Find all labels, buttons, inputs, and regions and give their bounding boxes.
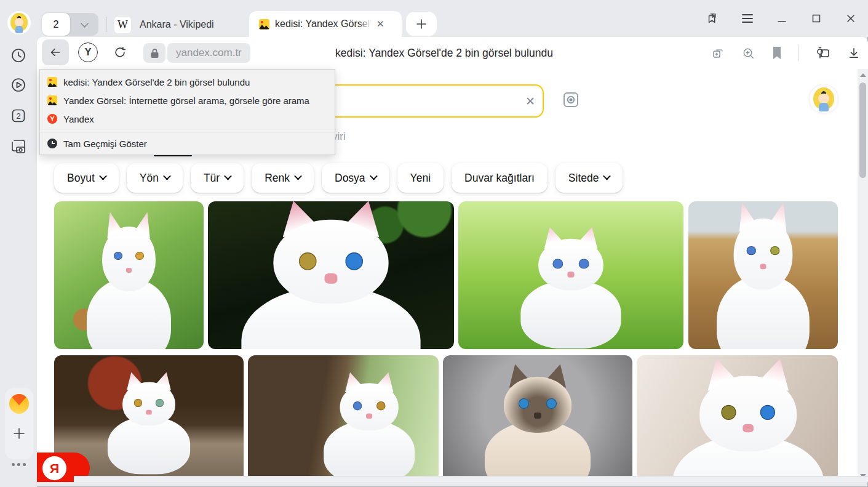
profile-avatar[interactable] bbox=[7, 11, 31, 34]
yandex-letter: Y bbox=[78, 42, 98, 62]
history-icon[interactable] bbox=[9, 46, 28, 65]
scroll-up-arrow[interactable] bbox=[858, 70, 868, 80]
screenshot-icon[interactable] bbox=[9, 137, 28, 156]
image-result[interactable] bbox=[208, 201, 454, 349]
bookmark-icon[interactable] bbox=[771, 46, 782, 60]
window-bottom-edge bbox=[74, 476, 868, 482]
browser-window: 2 W Ankara - Vikipedi kedisi: Yandex Gör… bbox=[0, 0, 868, 487]
refresh-icon[interactable] bbox=[109, 42, 130, 63]
filter-dosya[interactable]: Dosya bbox=[322, 163, 389, 193]
image-result[interactable] bbox=[248, 355, 439, 482]
chevron-down-icon bbox=[603, 172, 611, 180]
sidebar: 2 bbox=[0, 37, 37, 487]
history-item-label: Yandex Görsel: İnternette görsel arama, … bbox=[63, 95, 309, 106]
user-avatar[interactable] bbox=[810, 85, 838, 113]
filter-yeni[interactable]: Yeni bbox=[397, 163, 444, 193]
clock-icon bbox=[47, 139, 57, 148]
image-result[interactable] bbox=[458, 201, 683, 349]
back-history-menu: kedisi: Yandex Görsel'de 2 bin görsel bu… bbox=[39, 69, 335, 155]
close-button[interactable] bbox=[834, 0, 868, 37]
tab-ankara-vikipedi[interactable]: W Ankara - Vikipedi bbox=[114, 13, 244, 36]
image-result[interactable] bbox=[637, 355, 838, 482]
collections-icon[interactable] bbox=[696, 0, 730, 37]
address-bar-page-title: kedisi: Yandex Görsel'de 2 bin görsel bu… bbox=[335, 37, 553, 69]
tab-label: kedisi: Yandex Görsel'de bbox=[275, 18, 372, 30]
url-text: yandex.com.tr bbox=[176, 47, 242, 59]
chevron-down-icon bbox=[294, 172, 302, 180]
history-footer-label: Tam Geçmişi Göster bbox=[63, 139, 147, 149]
yandex-logo: Я bbox=[42, 456, 66, 480]
filter-sitede[interactable]: Sitede bbox=[555, 163, 623, 193]
plus-icon bbox=[416, 18, 427, 30]
chevron-down-icon bbox=[81, 20, 89, 28]
services-panel bbox=[5, 388, 33, 459]
new-tab-button[interactable] bbox=[406, 12, 437, 36]
zoom-icon[interactable] bbox=[741, 46, 755, 60]
avatar-dress bbox=[15, 26, 23, 33]
history-item-label: Yandex bbox=[63, 114, 94, 124]
scrollbar-thumb[interactable] bbox=[859, 83, 866, 178]
back-button[interactable] bbox=[42, 39, 69, 65]
yandex-mail-icon[interactable] bbox=[9, 394, 29, 414]
filter-tur[interactable]: Tür bbox=[191, 163, 244, 193]
tabs-panel-count: 2 bbox=[16, 111, 20, 121]
minimize-button[interactable] bbox=[765, 0, 799, 37]
window-controls bbox=[696, 0, 868, 37]
filter-bar: Boyut Yön Tür Renk Dosya Yeni Duvar kağı… bbox=[54, 163, 623, 193]
video-play-icon[interactable] bbox=[9, 75, 28, 95]
yandex-favicon: Y bbox=[47, 114, 57, 124]
sidebar-more-icon[interactable] bbox=[9, 463, 28, 466]
image-result[interactable] bbox=[443, 355, 632, 482]
yandex-images-favicon bbox=[259, 19, 269, 30]
address-bar[interactable]: yandex.com.tr bbox=[167, 43, 250, 63]
tab-counter[interactable]: 2 bbox=[42, 13, 98, 36]
lock-icon bbox=[150, 48, 159, 58]
history-menu-item[interactable]: Yandex Görsel: İnternette görsel arama, … bbox=[40, 91, 335, 110]
filter-renk[interactable]: Renk bbox=[252, 163, 314, 193]
tab-label: Ankara - Vikipedi bbox=[140, 19, 214, 30]
tab-yandex-gorsel[interactable]: kedisi: Yandex Görsel'de ✕ bbox=[249, 11, 402, 37]
image-result[interactable] bbox=[54, 201, 204, 349]
tab-list-dropdown[interactable] bbox=[70, 22, 98, 27]
filter-boyut[interactable]: Boyut bbox=[54, 163, 119, 193]
divider bbox=[106, 17, 106, 32]
history-item-label: kedisi: Yandex Görsel'de 2 bin görsel bu… bbox=[63, 77, 250, 87]
image-result[interactable] bbox=[688, 201, 838, 349]
tabs-panel-icon[interactable]: 2 bbox=[9, 106, 28, 126]
chevron-down-icon bbox=[224, 172, 232, 180]
protect-passwords-icon[interactable] bbox=[815, 46, 831, 60]
menu-icon[interactable] bbox=[730, 0, 765, 37]
copy-tab-icon[interactable] bbox=[711, 46, 725, 60]
toolbar: Y yandex.com.tr kedisi: Yandex Görsel'de… bbox=[37, 37, 868, 69]
avatar-dress bbox=[819, 103, 829, 111]
yandex-images-favicon bbox=[47, 95, 57, 105]
avatar-face bbox=[818, 94, 829, 104]
maximize-button[interactable] bbox=[799, 0, 834, 37]
scrollbar[interactable] bbox=[858, 69, 868, 482]
tab-counter-value: 2 bbox=[42, 13, 70, 36]
wikipedia-favicon: W bbox=[114, 17, 131, 33]
tab-bar: 2 W Ankara - Vikipedi kedisi: Yandex Gör… bbox=[0, 0, 868, 37]
filter-yon[interactable]: Yön bbox=[127, 163, 183, 193]
site-security-badge[interactable] bbox=[143, 43, 165, 63]
yandex-home-icon[interactable]: Y bbox=[78, 42, 98, 63]
chevron-down-icon bbox=[99, 172, 107, 180]
downloads-icon[interactable] bbox=[847, 46, 861, 60]
toolbar-actions bbox=[711, 37, 861, 69]
image-search-camera-icon[interactable] bbox=[559, 87, 583, 112]
history-menu-item[interactable]: Y Yandex bbox=[40, 110, 335, 128]
filter-duvar-kagitlari[interactable]: Duvar kağıtları bbox=[452, 163, 547, 193]
chevron-down-icon bbox=[163, 172, 171, 180]
clear-search-icon[interactable]: ✕ bbox=[518, 94, 543, 108]
history-menu-item[interactable]: kedisi: Yandex Görsel'de 2 bin görsel bu… bbox=[40, 73, 335, 91]
divider bbox=[798, 45, 799, 61]
yandex-images-favicon bbox=[47, 77, 57, 87]
tab-close-icon[interactable]: ✕ bbox=[373, 17, 388, 31]
add-service-button[interactable] bbox=[9, 424, 29, 443]
show-full-history-item[interactable]: Tam Geçmişi Göster bbox=[40, 132, 335, 155]
chevron-down-icon bbox=[370, 172, 378, 180]
